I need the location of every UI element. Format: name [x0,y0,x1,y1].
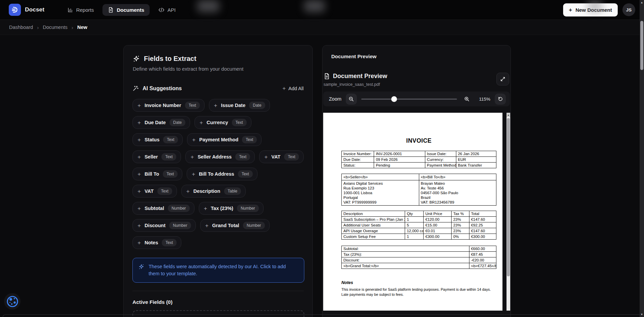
page-scrollbar[interactable]: ▲ ▼ [640,0,644,317]
table-cell: Bank Transfer [456,163,496,168]
suggestion-chip-seller-address[interactable]: +Seller AddressText [185,150,255,163]
suggestion-chip-payment-method[interactable]: +Payment MethodText [187,133,262,146]
table-row: API Usage Overage12,000 calls€0.0123%€14… [342,228,496,234]
fields-to-extract-panel: Fields to Extract Define which fields to… [123,45,313,317]
suggestion-chip-tax-23[interactable]: +Tax (23%)Number [199,202,264,215]
table-cell: Tax (23%): [342,252,469,257]
zoom-out-button[interactable] [346,94,357,105]
nav-item-api[interactable]: API [153,4,181,16]
zoom-toolbar: Zoom 115% [323,92,510,106]
suggestion-chip-notes[interactable]: +NotesText [132,236,181,249]
suggestion-chip-grand-total[interactable]: +Grand TotalNumber [200,219,270,232]
invoice-totals-table: Subtotal:€660.00Tax (23%):€87.45Discount… [341,246,496,269]
document-viewport: INVOICE Invoice Number:INV-2026-0001Issu… [323,113,511,311]
slider-thumb[interactable] [391,96,397,102]
suggestion-chip-subtotal[interactable]: +SubtotalNumber [132,202,194,215]
chip-type-badge: Date [170,119,185,126]
zoom-slider[interactable] [361,96,457,102]
code-icon [158,7,164,12]
plus-icon: + [137,154,141,160]
suggestion-chip-seller[interactable]: +SellerText [132,150,181,163]
zoom-reset-button[interactable] [495,94,506,105]
suggestion-chip-due-date[interactable]: +Due DateDate [132,116,190,129]
scroll-down-icon[interactable]: ▼ [640,312,644,317]
zoom-in-button[interactable] [461,94,472,105]
table-cell: €0.01 [424,228,452,234]
table-cell: €660.00 [469,246,496,252]
chip-label: VAT [145,188,154,194]
table-row: Discount:-€20.00 [342,257,496,263]
plus-icon: + [137,171,141,177]
table-row: SaaS Subscription – Pro Plan (Jan 2026)1… [342,217,496,222]
add-all-button[interactable]: + Add All [282,85,304,91]
table-cell: €147.60 [469,228,496,234]
brand-name[interactable]: Docset [25,6,44,13]
table-cell: Invoice Number: [342,151,374,157]
scrollbar-thumb[interactable] [507,118,510,276]
table-row: Custom Setup Fee1€300.000%€300.00 [342,234,496,240]
suggestion-chip-status[interactable]: +StatusText [132,133,183,146]
zoom-label: Zoom [329,96,341,102]
chip-type-badge: Text [232,119,247,126]
help-widget-button[interactable] [4,293,21,310]
table-cell: 5 [405,222,424,228]
chip-type-badge: Text [163,170,178,178]
scrollbar-thumb[interactable] [640,21,643,70]
suggestion-chip-invoice-number[interactable]: +Invoice NumberText [132,99,205,112]
nav-item-documents[interactable]: Documents [102,4,150,16]
breadcrumb: Dashboard › Documents › New [0,20,644,35]
nav-item-reports[interactable]: Reports [62,4,99,16]
scroll-up-icon[interactable]: ▲ [640,0,644,5]
chip-label: Bill To Address [199,171,234,177]
suggestion-chip-bill-to-address[interactable]: +Bill To AddressText [187,168,257,180]
breadcrumb-documents[interactable]: Documents [43,25,67,30]
table-cell: Payment Method: [425,163,456,168]
docset-logo-icon[interactable] [9,4,21,16]
chip-type-badge: Text [161,153,176,161]
card-title: Document Preview [323,54,511,59]
table-row: Additional User Seats5€15.0023%€92.25 [342,222,496,228]
ai-notice[interactable]: These fields were automatically detected… [132,258,304,283]
avatar[interactable]: JS [622,3,635,16]
suggestion-chip-vat-8[interactable]: +VATText [259,150,304,163]
table-cell: 26 Jan 2026 [456,151,496,157]
table-cell: <b>€727.45</b> [469,263,496,269]
chip-label: Description [193,188,220,194]
suggestion-chip-currency[interactable]: +CurrencyText [194,116,251,129]
preview-scrollbar[interactable]: ▲ [507,113,510,311]
table-cell: Status: [342,163,374,168]
plus-icon: + [186,188,190,194]
plus-icon: + [137,223,141,228]
zoom-level: 115% [477,97,490,102]
scroll-up-icon[interactable]: ▲ [507,113,510,117]
table-cell: <b>Grand Total:</b> [342,263,469,269]
table-cell: 0% [451,234,469,240]
table-cell: €15.00 [424,222,452,228]
sparkles-icon [132,55,140,63]
suggestion-chip-bill-to[interactable]: +Bill ToText [132,168,182,180]
chip-type-badge: Number [168,205,190,212]
chip-label: Seller [145,154,158,160]
suggestion-chip-issue-date[interactable]: +Issue DateDate [209,99,270,112]
divider [132,291,304,291]
table-row: Axians Digital ServicesRua Exemplo 12310… [342,180,496,206]
plus-icon: + [282,85,286,91]
chip-type-badge: Text [242,136,257,143]
plus-icon: + [200,120,203,126]
table-row: <b>Seller</b><b>Bill To</b> [342,174,496,180]
table-cell: INV-2026-0001 [374,151,425,157]
chip-type-badge: Text [163,136,178,143]
expand-button[interactable] [496,73,509,85]
table-row: Subtotal:€660.00 [342,246,496,252]
plus-icon: + [569,7,572,13]
suggestion-chip-description[interactable]: +DescriptionTable [181,185,246,198]
table-cell: 23% [451,217,469,222]
suggestion-chip-vat-11[interactable]: +VATText [132,185,177,198]
table-cell: Issue Date: [425,151,456,157]
suggestion-chip-discount[interactable]: +DiscountNumber [132,219,196,232]
breadcrumb-dashboard[interactable]: Dashboard [9,25,33,30]
table-cell: 1 [405,217,424,222]
breadcrumb-new: New [77,25,87,30]
table-cell: €300.00 [469,234,496,240]
invoice-items-table: DescriptionQtyUnit PriceTax %TotalSaaS S… [341,211,496,240]
